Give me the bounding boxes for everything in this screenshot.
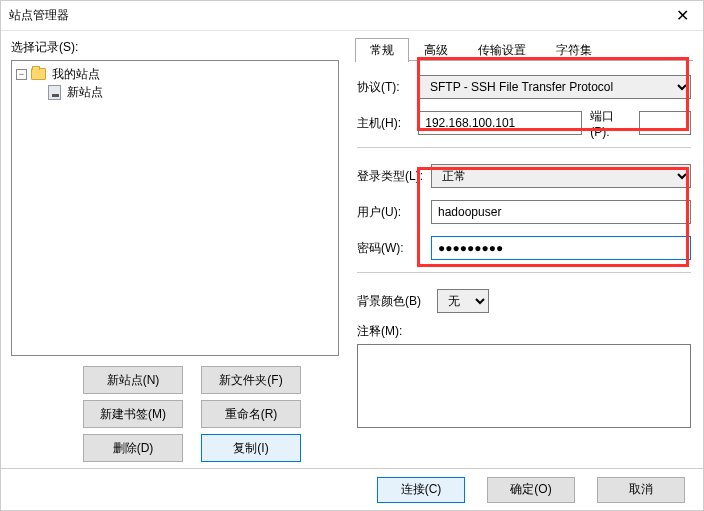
tree-item[interactable]: 新站点: [48, 83, 334, 101]
login-type-select[interactable]: 正常: [431, 164, 691, 188]
new-site-button[interactable]: 新站点(N): [83, 366, 183, 394]
notes-label: 注释(M):: [357, 323, 691, 340]
new-folder-button[interactable]: 新文件夹(F): [201, 366, 301, 394]
user-input[interactable]: [431, 200, 691, 224]
separator: [357, 147, 691, 148]
protocol-label: 协议(T):: [357, 79, 419, 96]
close-icon[interactable]: ✕: [670, 6, 695, 25]
window-title: 站点管理器: [9, 7, 69, 24]
tab-charset[interactable]: 字符集: [541, 38, 607, 62]
tree-root[interactable]: − 我的站点: [16, 65, 334, 83]
cancel-button[interactable]: 取消: [597, 477, 685, 503]
host-input[interactable]: [418, 111, 582, 135]
bgcolor-select[interactable]: 无: [437, 289, 489, 313]
content-area: 选择记录(S): − 我的站点 新站点 新站点(N) 新文件夹(F) 新建书签(…: [1, 31, 703, 468]
copy-button[interactable]: 复制(I): [201, 434, 301, 462]
select-record-label: 选择记录(S):: [11, 39, 339, 56]
right-panel: 常规 高级 传输设置 字符集 协议(T): SFTP - SSH File Tr…: [349, 31, 703, 468]
left-panel: 选择记录(S): − 我的站点 新站点 新站点(N) 新文件夹(F) 新建书签(…: [1, 31, 349, 468]
dialog-footer: 连接(C) 确定(O) 取消: [1, 468, 703, 510]
login-type-label: 登录类型(L):: [357, 168, 431, 185]
notes-textarea[interactable]: [357, 344, 691, 428]
connect-button[interactable]: 连接(C): [377, 477, 465, 503]
password-label: 密码(W):: [357, 240, 431, 257]
protocol-select[interactable]: SFTP - SSH File Transfer Protocol: [419, 75, 691, 99]
password-input[interactable]: [431, 236, 691, 260]
rename-button[interactable]: 重命名(R): [201, 400, 301, 428]
site-icon: [48, 85, 61, 100]
site-manager-window: 站点管理器 ✕ 选择记录(S): − 我的站点 新站点 新站点(N) 新文件夹(…: [0, 0, 704, 511]
user-label: 用户(U):: [357, 204, 431, 221]
tab-advanced[interactable]: 高级: [409, 38, 463, 62]
tree-item-label: 新站点: [65, 84, 105, 101]
tree-root-label: 我的站点: [50, 66, 102, 83]
ok-button[interactable]: 确定(O): [487, 477, 575, 503]
collapse-icon[interactable]: −: [16, 69, 27, 80]
tab-general[interactable]: 常规: [355, 38, 409, 62]
delete-button[interactable]: 删除(D): [83, 434, 183, 462]
tab-bar: 常规 高级 传输设置 字符集: [355, 37, 693, 61]
host-label: 主机(H):: [357, 115, 418, 132]
site-tree[interactable]: − 我的站点 新站点: [11, 60, 339, 356]
port-label: 端口(P):: [590, 108, 633, 139]
left-button-grid: 新站点(N) 新文件夹(F) 新建书签(M) 重命名(R) 删除(D) 复制(I…: [11, 366, 339, 462]
new-bookmark-button[interactable]: 新建书签(M): [83, 400, 183, 428]
separator: [357, 272, 691, 273]
titlebar: 站点管理器 ✕: [1, 1, 703, 31]
form-area: 协议(T): SFTP - SSH File Transfer Protocol…: [355, 61, 693, 431]
tab-transfer[interactable]: 传输设置: [463, 38, 541, 62]
bgcolor-label: 背景颜色(B): [357, 293, 437, 310]
folder-icon: [31, 68, 46, 80]
port-input[interactable]: [639, 111, 691, 135]
